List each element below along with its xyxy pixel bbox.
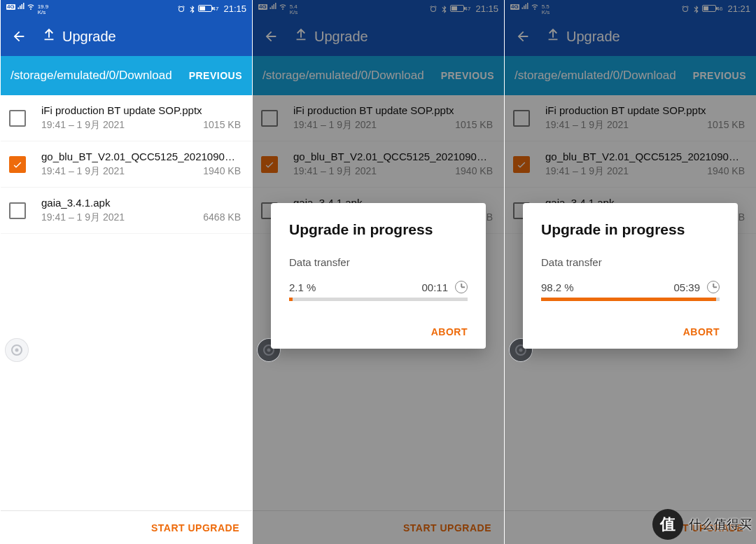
watermark-text: 什么值得买 <box>689 516 752 533</box>
file-list: iFi production BT update SOP.pptx19:41 –… <box>1 95 252 234</box>
clock-icon <box>707 281 720 293</box>
watermark: 值 什么值得买 <box>652 509 752 540</box>
abort-button[interactable]: ABORT <box>431 326 468 337</box>
dialog-title: Upgrade in progress <box>289 221 468 238</box>
upgrade-progress-dialog: Upgrade in progressData transfer98.2 %05… <box>523 203 738 349</box>
file-name: gaia_3.4.1.apk <box>41 197 241 209</box>
progress-bar <box>289 298 468 301</box>
file-size: 6468 KB <box>203 211 241 224</box>
file-checkbox[interactable] <box>9 110 26 127</box>
file-row[interactable]: iFi production BT update SOP.pptx19:41 –… <box>1 95 252 141</box>
dialog-title: Upgrade in progress <box>541 221 720 238</box>
back-button[interactable] <box>9 27 29 46</box>
upload-icon <box>41 27 57 46</box>
progress-percent: 2.1 % <box>289 281 316 293</box>
footer-bar: START UPGRADE <box>1 510 252 544</box>
file-checkbox[interactable] <box>9 156 26 173</box>
status-bar: 4G19.9K/s4721:15 <box>1 0 252 17</box>
dialog-subtitle: Data transfer <box>541 256 720 268</box>
assistive-touch-button[interactable] <box>5 338 29 362</box>
file-row[interactable]: gaia_3.4.1.apk19:41 – 1 9月 20216468 KB <box>1 188 252 234</box>
start-upgrade-button[interactable]: START UPGRADE <box>151 522 239 533</box>
network-4g-icon: 4G <box>6 4 15 10</box>
watermark-icon: 值 <box>652 509 683 540</box>
file-date: 19:41 – 1 9月 2021 <box>41 211 125 224</box>
progress-elapsed: 05:39 <box>673 281 700 293</box>
upgrade-progress-dialog: Upgrade in progressData transfer2.1 %00:… <box>271 203 486 349</box>
dialog-subtitle: Data transfer <box>289 256 468 268</box>
app-bar: Upgrade <box>1 17 252 56</box>
battery-icon <box>198 5 212 12</box>
phone-screen: 4G5.5K/s4621:21Upgrade/storage/emulated/… <box>504 0 756 544</box>
file-date: 19:41 – 1 9月 2021 <box>41 119 125 132</box>
app-title: Upgrade <box>62 29 116 45</box>
battery-text: 47 <box>213 6 219 12</box>
clock-time: 21:15 <box>223 4 246 14</box>
current-path: /storage/emulated/0/Download/WeiXin/Go <box>10 69 172 83</box>
progress-percent: 98.2 % <box>541 281 574 293</box>
progress-elapsed: 00:11 <box>421 281 448 293</box>
clock-icon <box>455 281 468 293</box>
file-size: 1015 KB <box>203 119 241 132</box>
phone-screen: 4G5.4K/s4721:15Upgrade/storage/emulated/… <box>252 0 504 544</box>
bluetooth-icon <box>188 4 196 13</box>
path-bar: /storage/emulated/0/Download/WeiXin/GoPR… <box>1 56 252 95</box>
wifi-icon <box>27 1 35 10</box>
file-name: iFi production BT update SOP.pptx <box>41 104 241 116</box>
file-row[interactable]: go_blu_BT_V2.01_QCC5125_20210901_d…19:41… <box>1 141 252 188</box>
alarm-icon <box>177 4 186 13</box>
net-unit: K/s <box>38 10 49 15</box>
file-size: 1940 KB <box>203 165 241 178</box>
abort-button[interactable]: ABORT <box>683 326 720 337</box>
progress-bar <box>541 298 720 301</box>
phone-screen: 4G19.9K/s4721:15Upgrade/storage/emulated… <box>0 0 252 544</box>
file-name: go_blu_BT_V2.01_QCC5125_20210901_d… <box>41 151 241 162</box>
signal-icon <box>17 1 25 10</box>
file-date: 19:41 – 1 9月 2021 <box>41 165 125 178</box>
file-checkbox[interactable] <box>9 202 26 219</box>
previous-button[interactable]: PREVIOUS <box>189 70 242 81</box>
